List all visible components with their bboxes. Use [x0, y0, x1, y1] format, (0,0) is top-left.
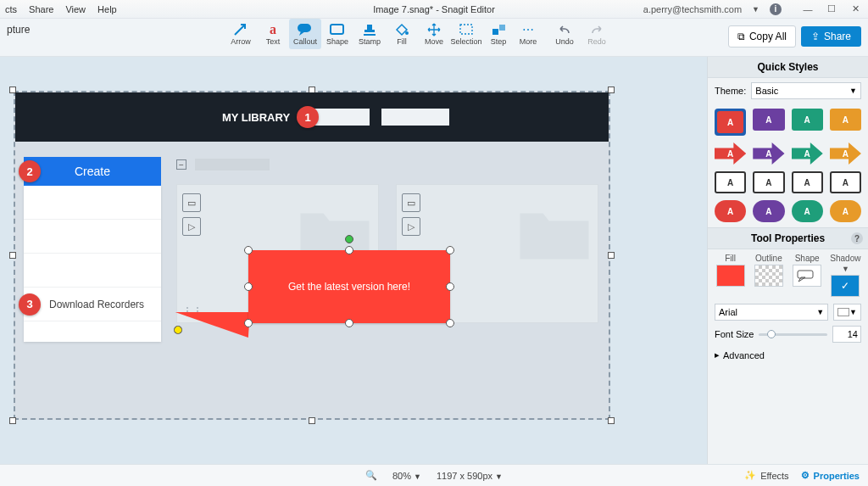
play-icon[interactable]: ▷ [182, 217, 201, 236]
close-button[interactable]: ✕ [848, 3, 863, 15]
tool-selection[interactable]: Selection [450, 19, 482, 49]
sidebar-row[interactable] [24, 254, 161, 288]
zoom-value[interactable]: 80% ▼ [392, 471, 421, 481]
more-icon: ⋯ [520, 22, 537, 37]
step-badge-2: 2 [19, 160, 41, 182]
tool-more[interactable]: ⋯More [515, 19, 542, 49]
theme-select[interactable]: Basic▼ [751, 82, 861, 99]
play-icon[interactable]: ▷ [402, 217, 420, 236]
menu-share[interactable]: Share [29, 4, 53, 14]
style-swatch-box[interactable]: A [792, 171, 823, 193]
toolbar: pture Arrow aText Callout Shape Stamp Fi… [0, 19, 868, 57]
font-select[interactable]: Arial▼ [715, 304, 828, 321]
style-swatch-pill[interactable]: A [792, 200, 823, 222]
tool-properties-header: Tool Properties ? [708, 227, 868, 249]
info-icon[interactable]: i [770, 3, 782, 15]
maximize-button[interactable]: ☐ [824, 3, 839, 15]
help-icon[interactable]: ? [851, 232, 863, 244]
tool-callout[interactable]: Callout [289, 19, 321, 49]
canvas-area[interactable]: 1 MY LIBRARY 2 Create [0, 57, 707, 464]
tool-arrow[interactable]: Arrow [225, 19, 257, 49]
svg-rect-1 [331, 25, 343, 34]
menubar: cts Share View Help Image 7.snag* - Snag… [0, 0, 868, 19]
menu-cts[interactable]: cts [5, 4, 17, 14]
style-swatch-box[interactable]: A [830, 171, 861, 193]
shadow-button[interactable]: ✓ [831, 275, 860, 297]
folder-icon[interactable]: ▭ [182, 193, 201, 212]
menu-view[interactable]: View [65, 4, 86, 14]
collapse-icon[interactable]: − [176, 159, 186, 170]
sidebar-list: 3 Download Recorders [24, 186, 161, 342]
shape-icon [329, 22, 346, 37]
svg-rect-5 [499, 25, 505, 31]
style-swatch-box[interactable]: A [715, 171, 746, 193]
svg-rect-4 [492, 29, 498, 35]
tool-fill[interactable]: Fill [386, 19, 418, 49]
tool-move[interactable]: Move [418, 19, 450, 49]
outline-button[interactable] [754, 265, 783, 287]
canvas-dimensions[interactable]: 1197 x 590px ▼ [437, 471, 503, 481]
text-icon: a [264, 22, 281, 37]
tool-text[interactable]: aText [257, 19, 289, 49]
tool-step[interactable]: Step [482, 19, 515, 49]
folder-icon[interactable]: ▭ [402, 193, 420, 212]
chevron-right-icon: ▸ [715, 349, 720, 360]
properties-button[interactable]: ⚙Properties [801, 470, 860, 481]
sidebar-row[interactable] [24, 186, 161, 220]
resize-handle[interactable] [244, 282, 253, 291]
style-swatch[interactable]: A [792, 109, 823, 131]
svg-point-2 [405, 31, 409, 35]
font-color-button[interactable]: ▼ [833, 304, 861, 321]
rotate-handle[interactable] [345, 235, 353, 243]
effects-button[interactable]: ✨Effects [744, 470, 788, 481]
callout-box[interactable]: Get the latest version here! [248, 250, 450, 323]
share-button[interactable]: ⇪Share [801, 26, 861, 47]
resize-handle[interactable] [446, 282, 454, 291]
selection-icon [458, 22, 475, 37]
advanced-toggle[interactable]: ▸Advanced [708, 345, 868, 365]
capture-label[interactable]: pture [0, 19, 36, 41]
style-swatch-arrow[interactable]: A [715, 142, 746, 165]
callout-tail[interactable] [174, 307, 250, 338]
svg-rect-0 [298, 24, 311, 32]
style-swatch-box[interactable]: A [753, 171, 784, 193]
arrow-icon [232, 22, 249, 37]
shape-button[interactable] [793, 265, 821, 287]
resize-handle[interactable] [446, 319, 454, 327]
style-swatch-pill[interactable]: A [753, 200, 784, 222]
font-size-slider[interactable] [759, 333, 827, 336]
sidebar-row-download[interactable]: 3 Download Recorders [24, 288, 161, 321]
style-swatch-arrow[interactable]: A [753, 142, 784, 165]
theme-label: Theme: [715, 86, 746, 96]
header-placeholder-2 [381, 109, 449, 126]
style-swatch-pill[interactable]: A [830, 200, 861, 222]
step-badge-3: 3 [19, 293, 41, 316]
fill-color-button[interactable] [716, 265, 745, 287]
style-swatch-pill[interactable]: A [715, 200, 746, 222]
tool-undo[interactable]: Undo [548, 19, 581, 49]
svg-rect-3 [460, 25, 472, 34]
tool-redo[interactable]: Redo [581, 19, 613, 49]
copy-all-button[interactable]: ⧉Copy All [728, 25, 796, 47]
resize-handle[interactable] [244, 319, 253, 327]
tool-stamp[interactable]: Stamp [353, 19, 386, 49]
style-swatch-arrow[interactable]: A [792, 142, 823, 165]
resize-handle[interactable] [345, 319, 353, 327]
resize-handle[interactable] [244, 246, 253, 254]
style-swatch-selected[interactable]: A [715, 109, 746, 136]
style-swatch-arrow[interactable]: A [830, 142, 861, 165]
minimize-button[interactable]: ― [800, 3, 815, 15]
sidebar-row[interactable] [24, 220, 161, 254]
share-icon: ⇪ [811, 31, 820, 42]
menu-help[interactable]: Help [97, 4, 117, 14]
resize-handle[interactable] [446, 246, 454, 254]
font-size-label: Font Size [715, 329, 754, 339]
font-size-input[interactable] [832, 326, 861, 343]
resize-handle[interactable] [345, 246, 353, 254]
tool-shape[interactable]: Shape [321, 19, 353, 49]
zoom-icon[interactable]: 🔍 [365, 470, 377, 481]
user-email[interactable]: a.perry@techsmith.com [643, 4, 742, 14]
create-button[interactable]: 2 Create [24, 157, 161, 186]
style-swatch[interactable]: A [830, 109, 861, 131]
style-swatch[interactable]: A [753, 109, 784, 131]
